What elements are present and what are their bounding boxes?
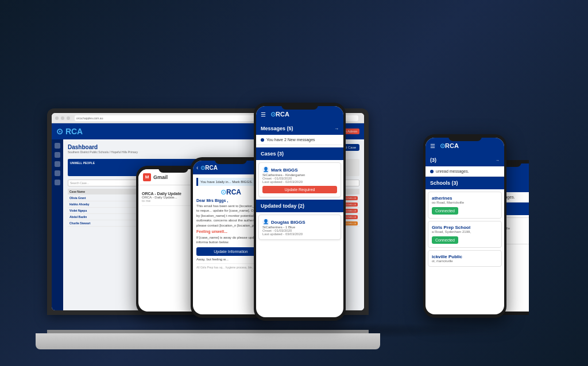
sidebar-icon-5[interactable]	[55, 180, 60, 185]
sidebar-icon-1[interactable]	[55, 143, 60, 149]
back-icon[interactable]: ‹	[196, 165, 198, 171]
case-card-2[interactable]: 👤 Douglas BIGGS StCatherines - 1 Blue On…	[258, 215, 341, 240]
cases-section-header: Cases (3)	[256, 147, 343, 160]
phone-main: ☰ ⊙RCA Messages (5) → You have 2 New mes…	[254, 103, 346, 321]
updated-today-label: Updated today (2)	[261, 203, 304, 209]
gmail-m-letter: M	[145, 174, 149, 180]
school-addr-2: a Road, Sydenham 2199,	[432, 230, 498, 233]
schools-msg-dot	[430, 170, 434, 173]
sidebar-icon-3[interactable]	[55, 161, 60, 167]
person-icon-2: 👤	[262, 219, 269, 225]
phone-notch-1	[158, 166, 188, 173]
condition-badge: COVID-19	[344, 209, 358, 213]
update-required-button-1[interactable]: Update Required	[262, 186, 337, 193]
message-dot-icon	[261, 138, 264, 142]
case-updated-2: Last updated - 03/03/2020	[262, 232, 337, 236]
messages-section-header: Messages (5) →	[256, 122, 343, 135]
phone-notch-3	[281, 103, 318, 110]
condition-badge: COVID-19	[344, 196, 358, 200]
logo-circle-icon: ⊙	[200, 165, 205, 171]
schools-title: Schools (3)	[430, 180, 458, 186]
unwell-label: UNWELL PEOPLE	[70, 161, 210, 165]
condition-badge: COVID-19	[344, 203, 358, 207]
schools-logo-circle: ⊙	[440, 142, 445, 149]
main-logo: ⊙RCA	[270, 111, 289, 118]
url-text: orca.happles.com.au	[76, 116, 103, 120]
logo-circle: ⊙	[56, 127, 63, 136]
dashboard-subtitle: Southern District Public Schools / Hopef…	[68, 150, 138, 154]
phone-screen-schools: ☰ ⊙RCA (3) → unread messages. Schools (3…	[425, 138, 504, 314]
schools-messages-section: (3) →	[425, 154, 504, 166]
updated-today-section: Updated today (2)	[256, 200, 343, 212]
gmail-icon: M	[143, 173, 151, 181]
notification-text: You have 1daily in... Mark BIGGS.	[200, 180, 253, 184]
schools-arrow: →	[496, 158, 500, 162]
case-updated-1: Last updated - 02/03/2020	[262, 180, 337, 184]
schools-msg-count: (3)	[430, 157, 436, 163]
school-name-3: ickville Public	[432, 254, 498, 259]
laptop-logo: ⊙ RCA	[56, 127, 83, 136]
connected-btn-2[interactable]: Connected	[432, 236, 458, 244]
case-name-2: Douglas BIGGS	[271, 220, 305, 225]
connected-btn-1[interactable]: Connected	[432, 207, 458, 215]
school-name-1: atherines	[432, 196, 498, 201]
condition-badge: COVID-19	[344, 221, 358, 225]
laptop-sidebar	[52, 139, 63, 310]
school-item-2[interactable]: Girls Prep School a Road, Sydenham 2199,…	[428, 221, 502, 248]
phone-notch-4	[448, 134, 482, 141]
case-card-1[interactable]: 👤 Mark BIGGS StCatherines - Kindergarten…	[258, 162, 341, 197]
condition-badge: COVID-19	[344, 215, 358, 219]
phone-screen-main: ☰ ⊙RCA Messages (5) → You have 2 New mes…	[256, 106, 343, 317]
school-addr-3: ol, rIarrickville	[432, 259, 498, 263]
gmail-title: Gmail	[153, 174, 168, 180]
browser-dot-green	[67, 116, 70, 120]
school-item-1[interactable]: atherines oo Road, Marrickville Connecte…	[428, 192, 502, 219]
school-name-2: Girls Prep School	[432, 225, 498, 230]
case-name-1: Mark BIGGS	[271, 168, 298, 173]
main-logo-circle: ⊙	[270, 111, 276, 118]
messages-arrow-icon: →	[334, 126, 339, 131]
browser-dot-red	[55, 116, 59, 120]
sidebar-icon-4[interactable]	[55, 170, 60, 176]
sidebar-icon-2[interactable]	[55, 152, 60, 158]
schools-unread-text: unread messages.	[436, 169, 469, 173]
messages-title: Messages (5)	[261, 126, 293, 131]
phone-schools: ☰ ⊙RCA (3) → unread messages. Schools (3…	[423, 134, 506, 318]
logo-text: RCA	[65, 127, 83, 136]
message-text-1: You have 2 New messages	[266, 138, 315, 142]
school-item-3[interactable]: ickville Public ol, rIarrickville	[428, 250, 502, 267]
dashboard-title: Dashboard	[68, 144, 138, 150]
schools-unread-item[interactable]: unread messages.	[425, 166, 504, 177]
browser-dot-yellow	[61, 116, 64, 120]
person-icon-1: 👤	[262, 166, 269, 173]
scene: orca.happles.com.au ⊙ RCA Times out in 1…	[36, 17, 552, 349]
school-addr-1: oo Road, Marrickville	[432, 201, 498, 204]
message-item-1[interactable]: You have 2 New messages	[256, 135, 343, 145]
hamburger-icon[interactable]: ☰	[261, 111, 266, 118]
phone-notch-2	[215, 157, 247, 164]
search-placeholder: Search Case...	[70, 181, 89, 185]
laptop-base	[36, 333, 380, 349]
cases-title: Cases (3)	[261, 151, 284, 157]
far-right-arrow: →	[532, 184, 537, 189]
email-logo: ⊙RCA	[200, 165, 218, 171]
schools-section-header: Schools (3)	[425, 177, 504, 189]
hamburger-icon-4[interactable]: ☰	[430, 143, 435, 149]
orca-logo-circle: ⊙	[220, 188, 226, 196]
schools-logo: ⊙RCA	[440, 142, 459, 150]
